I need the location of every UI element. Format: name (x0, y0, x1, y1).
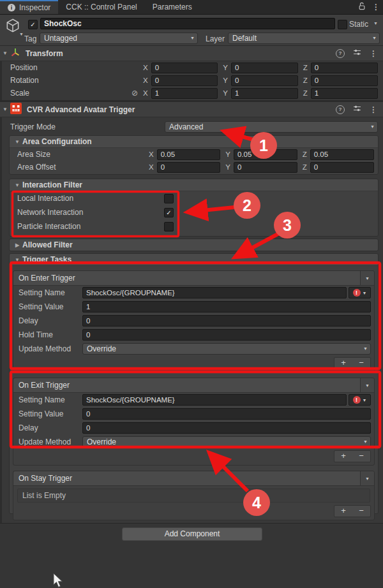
chevron-down-icon: ▼ (363, 344, 368, 354)
setting-name-field[interactable]: ShockOsc/{GROUPNAME} (82, 394, 347, 406)
allowed-filter-title: Allowed Filter (22, 240, 73, 249)
link-broken-icon[interactable]: ⊘ (131, 89, 138, 98)
setting-name-row: Setting Name ShockOsc/{GROUPNAME} ! ▼ (13, 286, 374, 300)
delay-field[interactable]: 0 (82, 315, 371, 327)
tab-cck-control-panel[interactable]: CCK :: Control Panel (58, 0, 144, 14)
on-enter-trigger-header[interactable]: On Enter Trigger ▼ (13, 271, 374, 286)
foldout-open-icon[interactable]: ▼ (12, 139, 22, 145)
unity-inspector-window: i Inspector CCK :: Control Panel Paramet… (0, 0, 383, 588)
warning-icon: ! (353, 396, 361, 404)
setting-name-warning-dropdown[interactable]: ! ▼ (349, 287, 371, 298)
warning-icon: ! (353, 289, 361, 297)
interaction-filter-title: Interaction Filter (22, 180, 82, 189)
component-menu-kebab-icon[interactable]: ⋮ (370, 105, 377, 114)
gameobject-icon-caret[interactable]: ▼ (19, 32, 24, 36)
update-method-dropdown[interactable]: Override ▼ (82, 343, 371, 355)
setting-value-label: Setting Value (19, 302, 82, 311)
cvr-trigger-header[interactable]: ▼ CVR Advanced Avatar Trigger ? ⋮ (0, 100, 383, 117)
layer-dropdown[interactable]: Default ▼ (228, 33, 380, 44)
area-configuration-title: Area Configuration (22, 137, 92, 146)
delay-field[interactable]: 0 (82, 422, 371, 434)
area-offset-y-field[interactable]: 0 (234, 162, 297, 173)
remove-item-button[interactable]: − (352, 506, 370, 517)
tab-inspector[interactable]: i Inspector (0, 0, 58, 14)
scale-label: Scale (10, 89, 29, 98)
axis-y-label: Y (223, 77, 228, 84)
delay-row: Delay 0 (13, 314, 374, 328)
rotation-y-field[interactable]: 0 (231, 75, 298, 86)
gameobject-enabled-checkbox[interactable]: ✓ (28, 20, 38, 29)
info-icon: i (8, 4, 15, 11)
add-item-button[interactable]: + (334, 358, 352, 369)
position-x-field[interactable]: 0 (151, 62, 218, 73)
tab-menu-kebab-icon[interactable]: ⋮ (372, 3, 380, 11)
interaction-filter-header[interactable]: ▼ Interaction Filter (10, 179, 378, 191)
tag-dropdown[interactable]: Untagged ▼ (40, 33, 198, 44)
setting-name-field[interactable]: ShockOsc/{GROUPNAME} (82, 287, 347, 298)
axis-y-label: Y (225, 151, 230, 158)
update-method-dropdown[interactable]: Override ▼ (82, 436, 371, 448)
rotation-label: Rotation (10, 76, 143, 85)
unlock-icon[interactable] (358, 2, 366, 12)
static-dropdown-icon[interactable]: ▼ (373, 21, 378, 26)
position-y-field[interactable]: 0 (231, 62, 298, 73)
on-stay-trigger-section: On Stay Trigger ▼ List is Empty + − (13, 471, 375, 520)
help-icon[interactable]: ? (336, 49, 345, 58)
transform-header[interactable]: ▼ Transform ? ⋮ (0, 45, 383, 61)
scale-row: Scale ⊘ X1 Y1 Z1 (0, 87, 383, 99)
chevron-down-icon[interactable]: ▼ (360, 471, 374, 485)
list-empty-row: List is Empty (17, 489, 370, 503)
foldout-open-icon[interactable]: ▼ (12, 257, 22, 263)
add-component-button[interactable]: Add Component (122, 527, 262, 541)
scale-y-field[interactable]: 1 (231, 88, 298, 99)
chevron-down-icon[interactable]: ▼ (360, 378, 374, 392)
allowed-filter-header[interactable]: ▶ Allowed Filter (10, 239, 378, 251)
area-size-x-field[interactable]: 0.05 (157, 149, 221, 160)
axis-x-label: X (143, 89, 148, 97)
rotation-z-field[interactable]: 0 (311, 75, 378, 86)
add-item-button[interactable]: + (334, 506, 352, 517)
on-enter-trigger-section: On Enter Trigger ▼ Setting Name ShockOsc… (13, 270, 375, 372)
particle-interaction-checkbox[interactable] (164, 222, 174, 232)
static-checkbox[interactable] (338, 20, 347, 29)
position-label: Position (10, 63, 143, 72)
area-configuration-header[interactable]: ▼ Area Configuration (10, 136, 378, 148)
add-item-button[interactable]: + (334, 451, 352, 462)
on-exit-trigger-header[interactable]: On Exit Trigger ▼ (13, 378, 374, 393)
rotation-x-field[interactable]: 0 (151, 75, 218, 86)
area-offset-x-field[interactable]: 0 (157, 162, 221, 173)
help-icon[interactable]: ? (336, 105, 345, 114)
gameobject-name-field[interactable]: ShockOsc (40, 18, 335, 29)
tab-bar: i Inspector CCK :: Control Panel Paramet… (0, 0, 383, 15)
foldout-open-icon[interactable]: ▼ (0, 107, 10, 112)
area-size-y-field[interactable]: 0.05 (234, 149, 297, 160)
area-offset-z-field[interactable]: 0 (310, 162, 374, 173)
presets-icon[interactable] (353, 48, 361, 58)
foldout-closed-icon[interactable]: ▶ (12, 242, 22, 248)
presets-icon[interactable] (353, 105, 361, 114)
trigger-tasks-header[interactable]: ▼ Trigger Tasks (10, 254, 378, 266)
tab-parameters[interactable]: Parameters (145, 0, 200, 14)
update-method-row: Update Method Override ▼ (13, 342, 374, 356)
area-size-z-field[interactable]: 0.05 (310, 149, 374, 160)
foldout-open-icon[interactable]: ▼ (12, 182, 22, 188)
setting-value-field[interactable]: 0 (82, 408, 371, 420)
remove-item-button[interactable]: − (352, 358, 370, 369)
position-z-field[interactable]: 0 (311, 62, 378, 73)
remove-item-button[interactable]: − (352, 451, 370, 462)
axis-y-label: Y (225, 163, 230, 171)
axis-y-label: Y (223, 64, 228, 71)
chevron-down-icon[interactable]: ▼ (360, 271, 374, 285)
trigger-mode-dropdown[interactable]: Advanced ▼ (165, 121, 378, 133)
hold-time-field[interactable]: 0 (82, 329, 371, 341)
scale-z-field[interactable]: 1 (311, 88, 378, 99)
network-interaction-checkbox[interactable]: ✓ (164, 208, 174, 217)
local-interaction-checkbox[interactable] (164, 194, 174, 203)
setting-value-field[interactable]: 1 (82, 301, 371, 312)
setting-name-warning-dropdown[interactable]: ! ▼ (349, 394, 371, 406)
on-stay-trigger-header[interactable]: On Stay Trigger ▼ (13, 471, 374, 486)
transform-icon (10, 47, 20, 59)
component-menu-kebab-icon[interactable]: ⋮ (370, 49, 377, 58)
scale-x-field[interactable]: 1 (151, 88, 218, 99)
foldout-open-icon[interactable]: ▼ (0, 50, 10, 56)
